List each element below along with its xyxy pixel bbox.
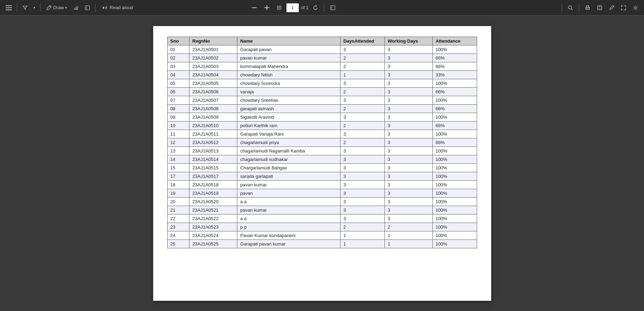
page-number-input[interactable] — [286, 3, 299, 12]
zoom-out-button[interactable] — [249, 7, 260, 9]
cell-attendance: 100% — [432, 79, 477, 88]
cell-attendance: 100% — [432, 189, 477, 198]
cell-attendance: 100% — [432, 45, 477, 54]
save-icon[interactable] — [595, 4, 605, 12]
cell-name: garapati avinash — [237, 105, 340, 113]
cell-days: 2 — [340, 223, 385, 231]
table-row: 1023AJ1A0510potluri Karthik ram2366% — [167, 122, 477, 130]
header-name: Name — [237, 37, 340, 45]
header-regd: RegnNo — [189, 37, 237, 45]
filter-dropdown-icon[interactable]: ▾ — [31, 4, 37, 11]
cell-name: Pavan Kumar kondapaneni — [237, 231, 340, 240]
cell-attendance: 100% — [432, 214, 477, 223]
cell-sno: 13 — [167, 147, 189, 155]
cell-name: a a — [237, 214, 340, 223]
cell-sno: 24 — [167, 231, 189, 240]
share-icon[interactable] — [328, 4, 338, 12]
cell-working: 2 — [384, 223, 432, 231]
cell-regd: 23AJ1A0517 — [189, 172, 237, 181]
cell-sno: 23 — [167, 223, 189, 231]
cell-days: 3 — [340, 206, 385, 214]
table-row: 0323AJ1A0503kommalapati Mahendra2366% — [167, 62, 477, 71]
header-attendance: Attendance — [432, 37, 477, 45]
refresh-icon[interactable] — [311, 4, 320, 12]
svg-rect-17 — [587, 8, 589, 9]
cell-working: 3 — [384, 172, 432, 181]
table-row: 2123AJ1A0521pavan kumar33100% — [167, 206, 477, 214]
fit-page-icon[interactable] — [274, 4, 284, 12]
cell-days: 3 — [340, 181, 385, 189]
cell-days: 1 — [340, 231, 385, 240]
toolbar-right — [560, 4, 640, 12]
cell-sno: 25 — [167, 240, 189, 248]
fullscreen-icon[interactable] — [619, 4, 629, 12]
cell-days: 3 — [340, 45, 385, 54]
table-row: 2223AJ1A0522a a33100% — [167, 214, 477, 223]
zoom-in-button[interactable] — [262, 5, 272, 11]
cell-regd: 23AJ1A0519 — [189, 189, 237, 198]
edit-icon[interactable] — [607, 4, 617, 12]
cell-days: 2 — [340, 62, 385, 71]
cell-name: Garapati pavan — [237, 45, 340, 54]
read-aloud-button[interactable]: Read aloud — [98, 4, 137, 12]
table-row: 0823AJ1A0508garapati avinash2366% — [167, 105, 477, 113]
cell-regd: 23AJ1A0520 — [189, 198, 237, 206]
cell-name: chowdary Surendra — [237, 79, 340, 88]
cell-working: 3 — [384, 214, 432, 223]
eraser-icon[interactable] — [71, 4, 81, 12]
cell-sno: 08 — [167, 105, 189, 113]
cell-sno: 02 — [167, 54, 189, 62]
cell-sno: 12 — [167, 138, 189, 147]
cell-sno: 10 — [167, 122, 189, 130]
svg-line-14 — [571, 8, 573, 10]
svg-marker-5 — [103, 6, 105, 9]
cell-days: 3 — [340, 198, 385, 206]
cell-sno: 06 — [167, 88, 189, 96]
draw-dropdown-icon: ▾ — [65, 6, 67, 10]
table-row: 1223AJ1A0512chagarlamudi priya2366% — [167, 138, 477, 147]
settings-icon[interactable] — [631, 4, 640, 12]
table-header: Sno RegnNo Name DaysAttended Working Day… — [167, 37, 477, 45]
shape-icon[interactable] — [82, 4, 92, 12]
header-working: Working Days — [384, 37, 432, 45]
cell-working: 3 — [384, 155, 432, 164]
cell-regd: 23AJ1A0518 — [189, 181, 237, 189]
cell-name: potluri Karthik ram — [237, 122, 340, 130]
cell-sno: 07 — [167, 96, 189, 105]
cell-attendance: 66% — [432, 54, 477, 62]
cell-sno: 15 — [167, 164, 189, 172]
header-sno: Sno — [167, 37, 189, 45]
cell-sno: 04 — [167, 71, 189, 79]
search-icon[interactable] — [565, 4, 575, 12]
draw-button[interactable]: Draw ▾ — [43, 4, 70, 12]
cell-name: Sigakolli Aravind — [237, 113, 340, 122]
cell-days: 3 — [340, 214, 385, 223]
cell-days: 3 — [340, 113, 385, 122]
draw-label: Draw — [53, 5, 64, 10]
cell-days: 2 — [340, 105, 385, 113]
table-row: 1123AJ1A0511Garapati Vanaja Rani33100% — [167, 130, 477, 138]
cell-name: vanaja — [237, 88, 340, 96]
svg-point-22 — [634, 7, 636, 8]
cell-name: a a — [237, 198, 340, 206]
cell-name: chagarlamudi sudhakar — [237, 155, 340, 164]
cell-days: 1 — [340, 240, 385, 248]
cell-days: 3 — [340, 164, 385, 172]
cell-sno: 18 — [167, 181, 189, 189]
menu-icon[interactable] — [4, 4, 14, 12]
table-row: 0523AJ1A0505chowdary Surendra33100% — [167, 79, 477, 88]
cell-regd: 23AJ1A0505 — [189, 79, 237, 88]
table-row: 1723AJ1A0517sarada garlapati33100% — [167, 172, 477, 181]
cell-name: chowdary Nitish — [237, 71, 340, 79]
filter-icon[interactable] — [20, 4, 30, 12]
cell-sno: 01 — [167, 45, 189, 54]
cell-regd: 23AJ1A0502 — [189, 54, 237, 62]
table-row: 2523AJ1A0525Garapati pavan kumar11100% — [167, 240, 477, 248]
content-area: Sno RegnNo Name DaysAttended Working Day… — [0, 15, 644, 311]
header-days: DaysAttended — [340, 37, 385, 45]
print-icon[interactable] — [583, 4, 593, 12]
cell-sno: 14 — [167, 155, 189, 164]
cell-working: 3 — [384, 88, 432, 96]
svg-rect-21 — [598, 8, 601, 10]
cell-regd: 23AJ1A0511 — [189, 130, 237, 138]
